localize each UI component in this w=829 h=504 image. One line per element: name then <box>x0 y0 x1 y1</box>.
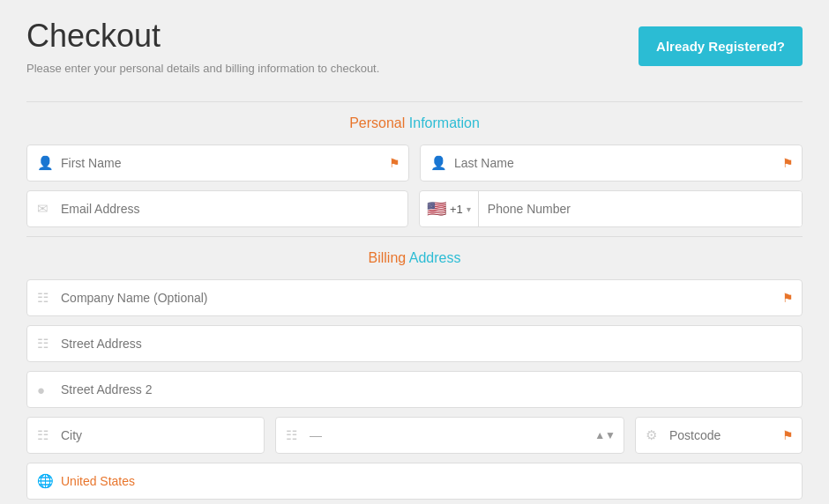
page-subtitle: Please enter your personal details and b… <box>26 62 379 75</box>
street1-input[interactable] <box>26 325 803 362</box>
street2-row: ● <box>26 371 803 408</box>
location-icon: ● <box>37 382 45 397</box>
flag-icon: 🇺🇸 <box>427 199 446 219</box>
required-icon-company: ⚑ <box>782 291 794 305</box>
globe-icon: 🌐 <box>37 473 54 489</box>
section-divider-billing <box>26 236 803 237</box>
city-icon: ☷ <box>37 427 49 443</box>
city-state-postcode-row: ☷ ☷ — ▲▼ ⚙ ⚑ <box>26 417 803 454</box>
company-field: ☷ ⚑ <box>26 279 803 316</box>
phone-input[interactable] <box>479 191 802 226</box>
header-left: Checkout Please enter your personal deta… <box>26 18 379 93</box>
city-field: ☷ <box>26 417 265 454</box>
last-name-input[interactable] <box>420 145 803 182</box>
state-field: ☷ — ▲▼ <box>275 417 624 454</box>
state-icon: ☷ <box>286 427 297 443</box>
phone-prefix-selector[interactable]: 🇺🇸 +1 ▾ <box>420 191 479 226</box>
street1-field: ☷ <box>26 325 803 362</box>
contact-row: ✉ 🇺🇸 +1 ▾ <box>26 190 803 227</box>
billing-address-heading: Billing Address <box>26 250 803 266</box>
section-divider-top <box>26 101 803 102</box>
postcode-input[interactable] <box>635 417 803 454</box>
first-name-field: 👤 ⚑ <box>26 145 409 182</box>
required-icon-last: ⚑ <box>782 156 794 170</box>
country-field: 🌐 <box>26 463 803 500</box>
postcode-icon: ⚙ <box>646 427 657 443</box>
email-input[interactable] <box>26 190 408 227</box>
required-icon-postcode: ⚑ <box>782 428 794 442</box>
state-select[interactable]: — <box>275 417 624 454</box>
personal-information-heading: Personal Information <box>26 115 803 131</box>
required-icon-first: ⚑ <box>389 156 400 170</box>
first-name-input[interactable] <box>26 145 409 182</box>
building-icon: ☷ <box>37 290 49 306</box>
country-input[interactable] <box>26 463 803 500</box>
name-row: 👤 ⚑ 👤 ⚑ <box>26 145 803 182</box>
person-icon-last: 👤 <box>430 155 447 171</box>
last-name-field: 👤 ⚑ <box>420 145 803 182</box>
street2-field: ● <box>26 371 803 408</box>
page-title: Checkout <box>26 18 379 55</box>
person-icon: 👤 <box>37 155 54 171</box>
email-icon: ✉ <box>37 201 49 217</box>
already-registered-button[interactable]: Already Registered? <box>639 26 803 66</box>
street2-input[interactable] <box>26 371 803 408</box>
postcode-field: ⚙ ⚑ <box>635 417 803 454</box>
street1-row: ☷ <box>26 325 803 362</box>
company-row: ☷ ⚑ <box>26 279 803 316</box>
phone-code: +1 <box>450 203 463 216</box>
city-input[interactable] <box>26 417 265 454</box>
company-input[interactable] <box>26 279 803 316</box>
country-row: 🌐 <box>26 463 803 500</box>
phone-field: 🇺🇸 +1 ▾ <box>419 190 803 227</box>
page-header: Checkout Please enter your personal deta… <box>26 18 803 93</box>
dropdown-arrow-icon: ▾ <box>467 204 471 214</box>
email-field: ✉ <box>26 190 408 227</box>
address-icon: ☷ <box>37 336 49 352</box>
